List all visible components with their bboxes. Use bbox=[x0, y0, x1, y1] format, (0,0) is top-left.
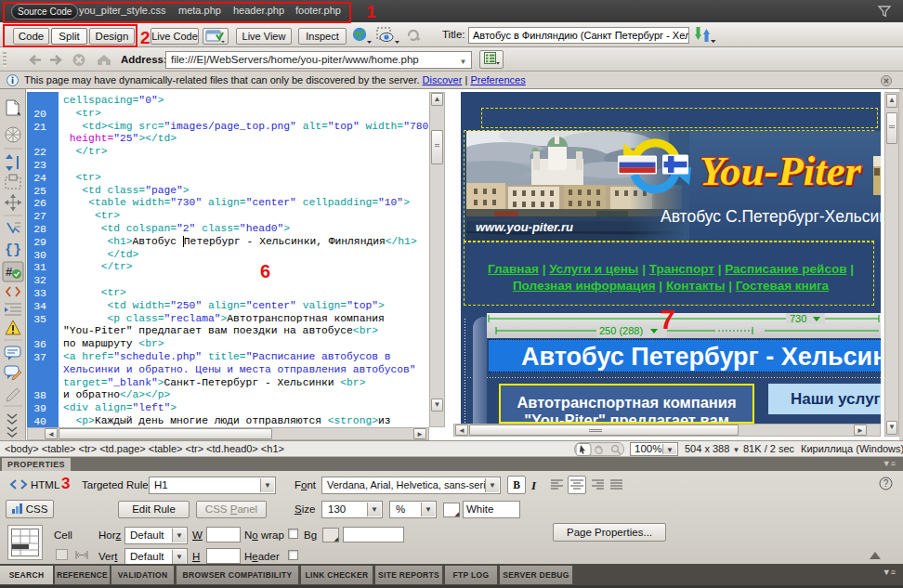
svg-text:250 (288): 250 (288) bbox=[599, 325, 643, 336]
svg-text:www.you-piter.ru: www.you-piter.ru bbox=[476, 220, 573, 234]
svg-text:You-Piter: You-Piter bbox=[700, 149, 862, 194]
svg-text:?: ? bbox=[883, 478, 889, 489]
svg-text:Автобус С.Петербург-Хельсинки: Автобус С.Петербург-Хельсинки bbox=[661, 207, 881, 226]
svg-text:#: # bbox=[6, 265, 13, 279]
svg-text:730: 730 bbox=[790, 313, 806, 324]
